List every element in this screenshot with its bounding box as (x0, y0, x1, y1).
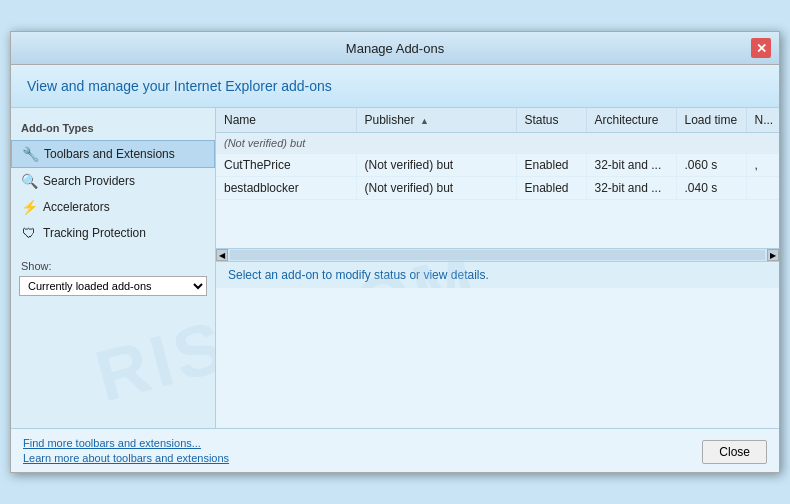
cell-publisher-1: (Not verified) but (356, 154, 516, 177)
header-banner: View and manage your Internet Explorer a… (11, 65, 779, 108)
col-architecture[interactable]: Architecture (586, 108, 676, 133)
close-button[interactable]: Close (702, 440, 767, 464)
close-icon[interactable]: ✕ (751, 38, 771, 58)
addons-table: Name Publisher ▲ Status Architecture (216, 108, 779, 200)
sidebar-item-tracking[interactable]: 🛡 Tracking Protection (11, 220, 215, 246)
table-header-row: Name Publisher ▲ Status Architecture (216, 108, 779, 133)
sidebar-item-accelerators-label: Accelerators (43, 200, 110, 214)
status-text: Select an add-on to modify status or vie… (228, 268, 489, 282)
table-row[interactable]: CutThePrice (Not verified) but Enabled 3… (216, 154, 779, 177)
cell-arch-1: 32-bit and ... (586, 154, 676, 177)
cell-arch-2: 32-bit and ... (586, 177, 676, 200)
table-row[interactable]: bestadblocker (Not verified) but Enabled… (216, 177, 779, 200)
cell-loadtime-2: .040 s (676, 177, 746, 200)
group-label: (Not verified) but (216, 133, 779, 154)
header-text: View and manage your Internet Explorer a… (27, 78, 332, 94)
sidebar-item-search-label: Search Providers (43, 174, 135, 188)
search-icon: 🔍 (21, 173, 37, 189)
scroll-right-btn[interactable]: ▶ (767, 249, 779, 261)
sort-arrow-icon: ▲ (420, 116, 429, 126)
toolbars-icon: 🔧 (22, 146, 38, 162)
footer-links: Find more toolbars and extensions... Lea… (23, 437, 229, 464)
cell-loadtime-1: .060 s (676, 154, 746, 177)
show-select[interactable]: Currently loaded add-ons All add-ons Run… (19, 276, 207, 296)
sidebar: Add-on Types 🔧 Toolbars and Extensions 🔍… (11, 108, 216, 428)
cell-status-2: Enabled (516, 177, 586, 200)
tracking-icon: 🛡 (21, 225, 37, 241)
cell-navtime-2 (746, 177, 779, 200)
cell-publisher-2: (Not verified) but (356, 177, 516, 200)
learn-more-link[interactable]: Learn more about toolbars and extensions (23, 452, 229, 464)
title-bar: Manage Add-ons ✕ (11, 32, 779, 65)
sidebar-item-accelerators[interactable]: ⚡ Accelerators (11, 194, 215, 220)
dialog-title: Manage Add-ons (39, 41, 751, 56)
cell-name-1: CutThePrice (216, 154, 356, 177)
show-label: Show: (11, 246, 215, 276)
cell-status-1: Enabled (516, 154, 586, 177)
addon-types-label: Add-on Types (11, 118, 215, 140)
dialog: Manage Add-ons ✕ View and manage your In… (10, 31, 780, 473)
table-area: Name Publisher ▲ Status Architecture (216, 108, 779, 428)
horizontal-scrollbar[interactable]: ◀ ▶ (216, 249, 779, 261)
sidebar-item-toolbars[interactable]: 🔧 Toolbars and Extensions (11, 140, 215, 168)
main-content: RISK.COM Add-on Types 🔧 Toolbars and Ext… (11, 108, 779, 428)
cell-name-2: bestadblocker (216, 177, 356, 200)
col-publisher[interactable]: Publisher ▲ (356, 108, 516, 133)
find-toolbars-link[interactable]: Find more toolbars and extensions... (23, 437, 229, 449)
footer: Find more toolbars and extensions... Lea… (11, 428, 779, 472)
sidebar-item-tracking-label: Tracking Protection (43, 226, 146, 240)
col-status[interactable]: Status (516, 108, 586, 133)
status-bar: Select an add-on to modify status or vie… (216, 261, 779, 288)
scrollbar-track[interactable] (230, 250, 765, 260)
col-load-time[interactable]: Load time (676, 108, 746, 133)
cell-navtime-1: , (746, 154, 779, 177)
scroll-left-btn[interactable]: ◀ (216, 249, 228, 261)
sidebar-item-toolbars-label: Toolbars and Extensions (44, 147, 175, 161)
accelerators-icon: ⚡ (21, 199, 37, 215)
table-body: (Not verified) but CutThePrice (Not veri… (216, 133, 779, 200)
col-name[interactable]: Name (216, 108, 356, 133)
col-nav-time[interactable]: N... (746, 108, 779, 133)
table-container[interactable]: Name Publisher ▲ Status Architecture (216, 108, 779, 249)
content-spacer (216, 288, 779, 428)
sidebar-item-search[interactable]: 🔍 Search Providers (11, 168, 215, 194)
group-row-notverified: (Not verified) but (216, 133, 779, 154)
